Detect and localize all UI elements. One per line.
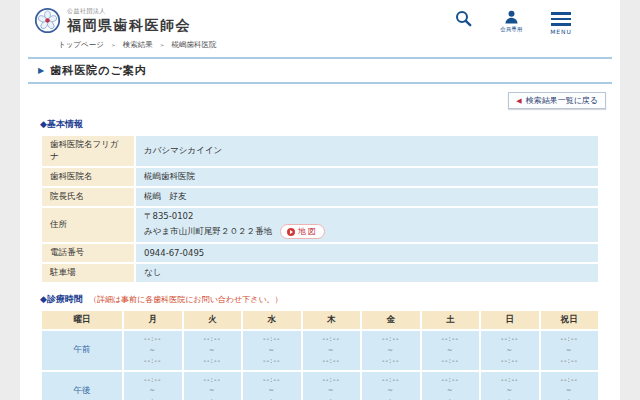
- row-label: 電話番号: [42, 244, 134, 262]
- hamburger-icon: [551, 10, 571, 26]
- hours-table: 曜日月火水木金土日祝日午前--:--～--:----:--～--:----:--…: [40, 309, 600, 400]
- clinic-furigana-value: カバシマシカイイン: [136, 136, 598, 166]
- hours-time-cell: --:--～--:--: [541, 372, 599, 400]
- breadcrumb-separator: ＞: [110, 41, 116, 48]
- street-address: みやま市山川町尾野２０２２番地: [144, 226, 272, 238]
- hours-time-cell: --:--～--:--: [422, 372, 480, 400]
- menu-button[interactable]: MENU: [550, 10, 572, 35]
- director-name-value: 椛嶋 好友: [136, 188, 598, 206]
- row-label: 院長氏名: [42, 188, 134, 206]
- hours-time-cell: --:--～--:--: [124, 331, 182, 370]
- parking-value: なし: [136, 264, 598, 282]
- back-button-row: ◀ 検索結果一覧に戻る: [20, 84, 620, 110]
- day-header: 月: [124, 311, 182, 329]
- hours-time-cell: --:--～--:--: [481, 372, 539, 400]
- table-row: 電話番号 0944-67-0495: [42, 244, 598, 262]
- hours-time-cell: --:--～--:--: [184, 372, 242, 400]
- breadcrumb-current-page: 椛嶋歯科医院: [171, 40, 216, 49]
- day-header: 土: [422, 311, 480, 329]
- phone-number-value: 0944-67-0495: [136, 244, 598, 262]
- table-row: 住所 〒835-0102 みやま市山川町尾野２０２２番地 地図: [42, 208, 598, 242]
- hours-heading-text: ◆診療時間: [40, 294, 83, 304]
- hours-time-cell: --:--～--:--: [184, 331, 242, 370]
- hours-time-cell: --:--～--:--: [422, 331, 480, 370]
- org-type-label: 公益社団法人: [67, 7, 191, 16]
- back-to-results-button[interactable]: ◀ 検索結果一覧に戻る: [508, 92, 606, 109]
- day-header: 木: [303, 311, 361, 329]
- brand-block: 公益社団法人 福岡県歯科医師会: [67, 7, 191, 34]
- map-marker-icon: [287, 228, 295, 236]
- address-value: 〒835-0102 みやま市山川町尾野２０２２番地 地図: [136, 208, 598, 242]
- breadcrumb: トップページ ＞ 検索結果 ＞ 椛嶋歯科医院: [58, 40, 620, 50]
- row-label: 歯科医院名フリガナ: [42, 136, 134, 166]
- site-title: 福岡県歯科医師会: [67, 16, 191, 34]
- day-column-header: 曜日: [42, 311, 122, 329]
- hours-time-cell: --:--～--:--: [243, 331, 301, 370]
- hours-header-row: 曜日月火水木金土日祝日: [42, 311, 598, 329]
- search-button[interactable]: [455, 10, 472, 27]
- hours-row-label: 午前: [42, 331, 122, 370]
- site-header: 公益社団法人 福岡県歯科医師会 会員専用 MEN: [20, 0, 620, 35]
- hours-note: （詳細は事前に各歯科医院にお問い合わせ下さい。）: [89, 295, 283, 304]
- main-content: ◆基本情報 歯科医院名フリガナ カバシマシカイイン 歯科医院名 椛嶋歯科医院 院…: [20, 118, 620, 400]
- day-header: 祝日: [541, 311, 599, 329]
- clinic-name-value: 椛嶋歯科医院: [136, 168, 598, 186]
- basic-info-heading: ◆基本情報: [40, 118, 600, 131]
- postal-code: 〒835-0102: [144, 211, 590, 223]
- hours-time-cell: --:--～--:--: [362, 372, 420, 400]
- search-icon: [455, 10, 472, 27]
- hours-time-cell: --:--～--:--: [481, 331, 539, 370]
- hours-time-cell: --:--～--:--: [243, 372, 301, 400]
- day-header: 火: [184, 311, 242, 329]
- map-button-label: 地図: [298, 226, 318, 237]
- member-area-label: 会員専用: [500, 26, 522, 33]
- hours-heading: ◆診療時間（詳細は事前に各歯科医院にお問い合わせ下さい。）: [40, 293, 600, 306]
- page-title: 歯科医院のご案内: [50, 63, 147, 78]
- table-row: 歯科医院名フリガナ カバシマシカイイン: [42, 136, 598, 166]
- page-container: 公益社団法人 福岡県歯科医師会 会員専用 MEN: [20, 0, 620, 400]
- hours-time-cell: --:--～--:--: [541, 331, 599, 370]
- dental-association-logo-icon: [34, 7, 61, 34]
- day-header: 日: [481, 311, 539, 329]
- table-row: 院長氏名 椛嶋 好友: [42, 188, 598, 206]
- breadcrumb-search-results-link[interactable]: 検索結果: [123, 40, 153, 49]
- breadcrumb-home-link[interactable]: トップページ: [58, 40, 104, 49]
- row-label: 住所: [42, 208, 134, 242]
- hours-row: 午前--:--～--:----:--～--:----:--～--:----:--…: [42, 331, 598, 370]
- back-arrow-icon: ◀: [516, 97, 521, 105]
- map-link-button[interactable]: 地図: [280, 224, 325, 239]
- hours-time-cell: --:--～--:--: [303, 372, 361, 400]
- hours-row: 午後--:--～--:----:--～--:----:--～--:----:--…: [42, 372, 598, 400]
- hours-row-label: 午後: [42, 372, 122, 400]
- table-row: 駐車場 なし: [42, 264, 598, 282]
- breadcrumb-separator: ＞: [159, 41, 165, 48]
- header-icons: 会員専用 MENU: [455, 7, 572, 35]
- back-button-label: 検索結果一覧に戻る: [526, 95, 598, 106]
- day-header: 金: [362, 311, 420, 329]
- row-label: 駐車場: [42, 264, 134, 282]
- day-header: 水: [243, 311, 301, 329]
- table-row: 歯科医院名 椛嶋歯科医院: [42, 168, 598, 186]
- person-icon: [504, 10, 519, 24]
- hours-time-cell: --:--～--:--: [362, 331, 420, 370]
- member-area-button[interactable]: 会員専用: [500, 10, 522, 33]
- row-label: 歯科医院名: [42, 168, 134, 186]
- hours-time-cell: --:--～--:--: [124, 372, 182, 400]
- title-arrow-icon: ▶: [38, 66, 44, 75]
- page-title-bar: ▶ 歯科医院のご案内: [28, 57, 612, 84]
- basic-info-table: 歯科医院名フリガナ カバシマシカイイン 歯科医院名 椛嶋歯科医院 院長氏名 椛嶋…: [40, 134, 600, 284]
- menu-label: MENU: [550, 28, 572, 35]
- hours-time-cell: --:--～--:--: [303, 331, 361, 370]
- site-logo[interactable]: [34, 7, 61, 34]
